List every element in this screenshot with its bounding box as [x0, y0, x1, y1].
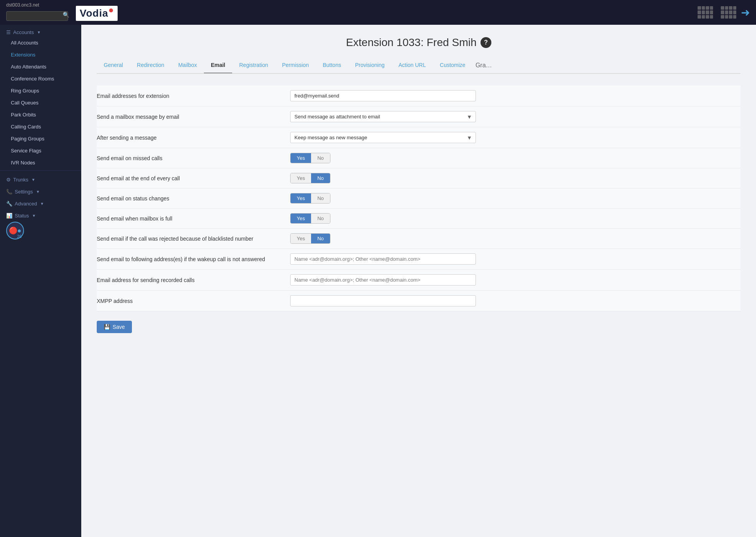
badge-number: 26: [17, 234, 22, 239]
blacklisted-toggle: Yes No: [290, 233, 330, 244]
form-row-recorded-calls: Email address for sending recorded calls: [97, 270, 741, 291]
sidebar-item-auto-attendants[interactable]: Auto Attendants: [0, 61, 81, 73]
send-mailbox-select-wrapper: Send message as attachment to email Do n…: [290, 111, 476, 122]
sidebar-trunks-label: Trunks: [13, 177, 28, 183]
end-of-call-no[interactable]: No: [311, 173, 330, 183]
status-changes-yes[interactable]: Yes: [291, 193, 311, 203]
after-sending-select-wrapper: Keep message as new message Mark as read…: [290, 132, 476, 143]
logo: Vodia: [76, 6, 118, 21]
blacklisted-yes[interactable]: Yes: [291, 234, 311, 243]
sidebar-item-ring-groups[interactable]: Ring Groups: [0, 85, 81, 97]
sidebar-item-park-orbits[interactable]: Park Orbits: [0, 109, 81, 121]
sidebar-bottom-area: 🔴● 26: [0, 220, 81, 247]
recorded-calls-input[interactable]: [290, 274, 476, 286]
sidebar-trunks-header[interactable]: ⚙ Trunks ▼: [0, 172, 81, 184]
search-icon: 🔍: [63, 12, 69, 18]
form-row-wakeup: Send email to following address(es) if t…: [97, 249, 741, 270]
sidebar-item-paging-groups[interactable]: Paging Groups: [0, 133, 81, 145]
sidebar-item-call-queues[interactable]: Call Queues: [0, 97, 81, 109]
xmpp-input[interactable]: [290, 295, 476, 306]
grid-icon-1[interactable]: [698, 6, 713, 19]
tab-redirection[interactable]: Redirection: [130, 58, 171, 74]
recorded-calls-control: [290, 274, 741, 286]
wakeup-label: Send email to following address(es) if t…: [97, 256, 290, 262]
mailbox-full-control: Yes No: [290, 213, 741, 224]
form-row-blacklisted: Send email if the call was rejected beca…: [97, 229, 741, 249]
recorded-calls-label: Email address for sending recorded calls: [97, 277, 290, 283]
sidebar: ☰ Accounts ▼ All Accounts Extensions Aut…: [0, 25, 81, 537]
missed-calls-control: Yes No: [290, 153, 741, 163]
form-row-end-of-call: Send email at the end of every call Yes …: [97, 168, 741, 188]
sidebar-item-extensions[interactable]: Extensions: [0, 49, 81, 61]
mailbox-full-toggle: Yes No: [290, 213, 330, 224]
sidebar-item-service-flags[interactable]: Service Flags: [0, 145, 81, 157]
after-sending-select[interactable]: Keep message as new message Mark as read…: [290, 132, 476, 143]
trunks-icon: ⚙: [6, 177, 11, 183]
search-input[interactable]: [6, 11, 68, 21]
missed-calls-yes[interactable]: Yes: [291, 153, 311, 163]
mailbox-full-label: Send email when mailbox is full: [97, 215, 290, 222]
send-mailbox-label: Send a mailbox message by email: [97, 114, 290, 120]
status-icon: 📊: [6, 213, 12, 219]
sidebar-item-ivr-nodes[interactable]: IVR Nodes: [0, 157, 81, 169]
form-row-after-sending: After sending a message Keep message as …: [97, 127, 741, 148]
mailbox-full-yes[interactable]: Yes: [291, 214, 311, 223]
save-button[interactable]: 💾 Save: [97, 321, 132, 333]
email-addresses-control: [290, 90, 741, 101]
email-addresses-label: Email addresses for extension: [97, 93, 290, 99]
logo-dot: [109, 9, 113, 12]
tab-more[interactable]: Gra…: [472, 58, 495, 74]
xmpp-control: [290, 295, 741, 306]
sidebar-item-calling-cards[interactable]: Calling Cards: [0, 121, 81, 133]
tab-email[interactable]: Email: [204, 58, 232, 74]
sidebar-item-conference-rooms[interactable]: Conference Rooms: [0, 73, 81, 85]
mailbox-full-no[interactable]: No: [311, 214, 330, 223]
logout-icon[interactable]: ➜: [741, 6, 750, 19]
sidebar-item-all-accounts[interactable]: All Accounts: [0, 37, 81, 49]
tab-registration[interactable]: Registration: [232, 58, 275, 74]
grid-icon-2[interactable]: [721, 6, 736, 19]
tab-action-url[interactable]: Action URL: [392, 58, 433, 74]
help-icon[interactable]: ?: [481, 37, 491, 48]
email-form: Email addresses for extension Send a mai…: [97, 86, 741, 311]
form-row-send-mailbox: Send a mailbox message by email Send mes…: [97, 106, 741, 127]
sidebar-accounts-header[interactable]: ☰ Accounts ▼: [0, 25, 81, 37]
logo-text: Vodia: [80, 7, 108, 19]
tab-permission[interactable]: Permission: [275, 58, 316, 74]
status-changes-no[interactable]: No: [311, 193, 330, 203]
page-title: Extension 1033: Fred Smih ?: [97, 36, 741, 49]
email-addresses-input[interactable]: [290, 90, 476, 101]
save-icon: 💾: [104, 324, 110, 330]
sidebar-settings-header[interactable]: 📞 Settings ▼: [0, 184, 81, 196]
wakeup-input[interactable]: [290, 253, 476, 265]
send-mailbox-control: Send message as attachment to email Do n…: [290, 111, 741, 122]
sidebar-settings-label: Settings: [15, 189, 33, 195]
tab-buttons[interactable]: Buttons: [316, 58, 348, 74]
blacklisted-no[interactable]: No: [311, 234, 330, 243]
tab-customize[interactable]: Customize: [433, 58, 472, 74]
topbar-right: ➜: [698, 6, 750, 19]
end-of-call-label: Send email at the end of every call: [97, 175, 290, 181]
tab-provisioning[interactable]: Provisioning: [348, 58, 392, 74]
after-sending-control: Keep message as new message Mark as read…: [290, 132, 741, 143]
sidebar-advanced-label: Advanced: [15, 201, 37, 207]
form-row-missed-calls: Send email on missed calls Yes No: [97, 148, 741, 168]
end-of-call-yes[interactable]: Yes: [291, 173, 311, 183]
end-of-call-control: Yes No: [290, 173, 741, 183]
after-sending-label: After sending a message: [97, 135, 290, 141]
missed-calls-no[interactable]: No: [311, 153, 330, 163]
sidebar-status-header[interactable]: 📊 Status ▼: [0, 208, 81, 220]
main-content: Extension 1033: Fred Smih ? General Redi…: [81, 25, 756, 537]
save-label: Save: [113, 324, 125, 330]
status-changes-label: Send email on status changes: [97, 195, 290, 202]
advanced-icon: 🔧: [6, 201, 12, 207]
settings-icon: 📞: [6, 189, 12, 195]
list-icon: ☰: [6, 29, 11, 35]
tab-mailbox[interactable]: Mailbox: [171, 58, 204, 74]
tab-general[interactable]: General: [97, 58, 130, 74]
sidebar-status-label: Status: [15, 213, 29, 219]
missed-calls-toggle: Yes No: [290, 153, 330, 163]
status-changes-control: Yes No: [290, 193, 741, 204]
send-mailbox-select[interactable]: Send message as attachment to email Do n…: [290, 111, 476, 122]
sidebar-advanced-header[interactable]: 🔧 Advanced ▼: [0, 196, 81, 208]
